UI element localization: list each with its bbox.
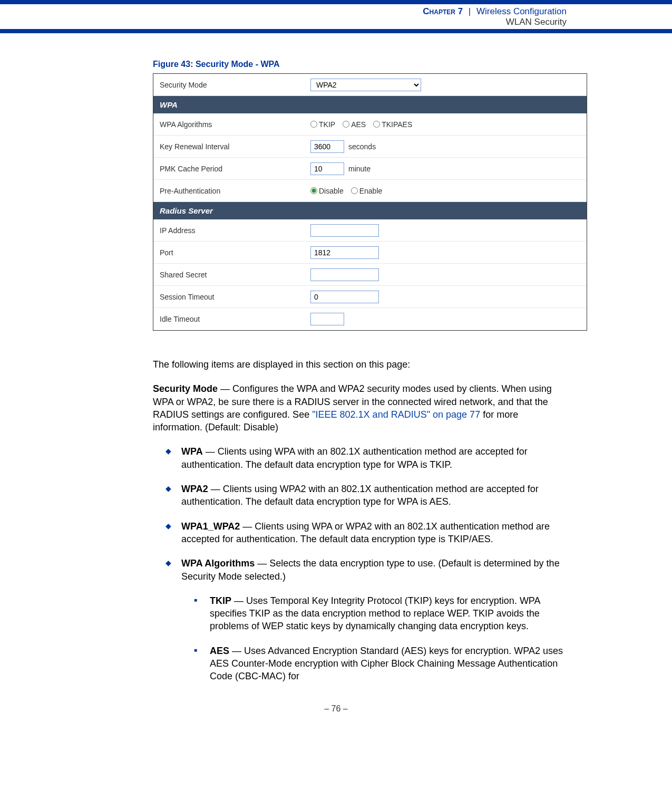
section-radius: Radius Server xyxy=(153,202,587,219)
radio-disable[interactable] xyxy=(310,187,317,194)
subitem-tkip-text: — Uses Temporal Key Integrity Protocol (… xyxy=(210,595,540,632)
sm-label: Security Mode xyxy=(153,383,218,394)
radio-disable-label: Disable xyxy=(319,187,344,195)
input-ip-address[interactable] xyxy=(310,224,379,237)
row-session-timeout: Session Timeout xyxy=(153,286,587,308)
label-security-mode: Security Mode xyxy=(153,76,306,93)
row-port: Port xyxy=(153,242,587,264)
radio-tkipaes-wrap[interactable]: TKIPAES xyxy=(373,120,412,129)
subitem-tkip-label: TKIP xyxy=(210,595,231,606)
figure-caption: Figure 43: Security Mode - WPA xyxy=(153,60,567,69)
section-wpa: WPA xyxy=(153,96,587,113)
page-header: Chapter 7 | Wireless Configuration WLAN … xyxy=(0,4,672,29)
radio-tkip-label: TKIP xyxy=(319,120,335,129)
body-text: The following items are displayed in thi… xyxy=(153,358,567,683)
item-wpa-text: — Clients using WPA with an 802.1X authe… xyxy=(181,446,528,469)
row-wpa-algorithms: WPA Algorithms TKIP AES TKIPAES xyxy=(153,113,587,136)
radio-enable-label: Enable xyxy=(359,187,383,195)
item-wpa2: WPA2 — Clients using WPA2 with an 802.1X… xyxy=(165,483,567,508)
subitem-aes-label: AES xyxy=(210,646,229,656)
page-footer: – 76 – xyxy=(0,704,672,724)
radio-disable-wrap[interactable]: Disable xyxy=(310,187,344,195)
label-shared-secret: Shared Secret xyxy=(153,266,306,283)
unit-minute: minute xyxy=(348,165,371,173)
subitem-aes: AES — Uses Advanced Encryption Standard … xyxy=(194,645,567,683)
row-ip-address: IP Address xyxy=(153,219,587,242)
select-security-mode[interactable]: WPA2 xyxy=(310,79,421,91)
item-wpa-label: WPA xyxy=(181,446,203,457)
unit-seconds: seconds xyxy=(348,142,376,151)
label-key-renewal: Key Renewal Interval xyxy=(153,138,306,155)
label-session-timeout: Session Timeout xyxy=(153,288,306,305)
radio-aes[interactable] xyxy=(343,121,349,128)
item-wpa-alg: WPA Algorithms — Selects the data encryp… xyxy=(165,557,567,682)
header-title: Wireless Configuration xyxy=(476,6,567,16)
bullet-list: WPA — Clients using WPA with an 802.1X a… xyxy=(165,445,567,682)
item-wpa1-wpa2-label: WPA1_WPA2 xyxy=(181,521,240,532)
figure-box: Security Mode WPA2 WPA WPA Algorithms TK… xyxy=(153,73,587,331)
radio-enable-wrap[interactable]: Enable xyxy=(351,187,383,195)
row-idle-timeout: Idle Timeout xyxy=(153,308,587,330)
input-session-timeout[interactable] xyxy=(310,291,379,303)
radio-tkip[interactable] xyxy=(310,121,317,128)
label-wpa-algorithms: WPA Algorithms xyxy=(153,116,306,133)
label-port: Port xyxy=(153,244,306,261)
radio-tkip-wrap[interactable]: TKIP xyxy=(310,120,335,129)
header-bar xyxy=(0,0,672,4)
label-pmk-cache: PMK Cache Period xyxy=(153,160,306,177)
row-key-renewal: Key Renewal Interval seconds xyxy=(153,136,587,158)
sub-list: TKIP — Uses Temporal Key Integrity Proto… xyxy=(194,594,567,683)
input-key-renewal[interactable] xyxy=(310,140,344,153)
radio-tkipaes[interactable] xyxy=(373,121,380,128)
radio-aes-wrap[interactable]: AES xyxy=(343,120,366,129)
input-pmk-cache[interactable] xyxy=(310,162,344,175)
chapter-label: Chapter 7 xyxy=(423,6,463,16)
item-wpa1-wpa2: WPA1_WPA2 — Clients using WPA or WPA2 wi… xyxy=(165,520,567,546)
item-wpa2-text: — Clients using WPA2 with an 802.1X auth… xyxy=(181,484,539,507)
row-shared-secret: Shared Secret xyxy=(153,264,587,286)
item-wpa2-label: WPA2 xyxy=(181,484,208,494)
security-mode-para: Security Mode — Configures the WPA and W… xyxy=(153,382,567,434)
header-subtitle: WLAN Security xyxy=(506,17,567,27)
row-pmk-cache: PMK Cache Period minute xyxy=(153,158,587,180)
item-wpa-alg-label: WPA Algorithms xyxy=(181,558,255,569)
radio-enable[interactable] xyxy=(351,187,358,194)
content: Figure 43: Security Mode - WPA Security … xyxy=(153,60,567,683)
subitem-tkip: TKIP — Uses Temporal Key Integrity Proto… xyxy=(194,594,567,633)
label-pre-auth: Pre-Authentication xyxy=(153,182,306,199)
input-idle-timeout[interactable] xyxy=(310,313,344,325)
input-shared-secret[interactable] xyxy=(310,268,379,281)
radio-aes-label: AES xyxy=(351,120,366,129)
row-pre-auth: Pre-Authentication Disable Enable xyxy=(153,180,587,202)
input-port[interactable] xyxy=(310,246,379,259)
label-ip-address: IP Address xyxy=(153,222,306,239)
radio-tkipaes-label: TKIPAES xyxy=(382,120,412,129)
row-security-mode: Security Mode WPA2 xyxy=(153,74,587,96)
separator: | xyxy=(469,6,471,16)
intro-para: The following items are displayed in thi… xyxy=(153,358,567,371)
label-idle-timeout: Idle Timeout xyxy=(153,311,306,328)
link-ieee[interactable]: "IEEE 802.1X and RADIUS" on page 77 xyxy=(312,409,480,420)
header-bar-bottom xyxy=(0,29,672,33)
item-wpa: WPA — Clients using WPA with an 802.1X a… xyxy=(165,445,567,471)
subitem-aes-text: — Uses Advanced Encryption Standard (AES… xyxy=(210,646,563,682)
